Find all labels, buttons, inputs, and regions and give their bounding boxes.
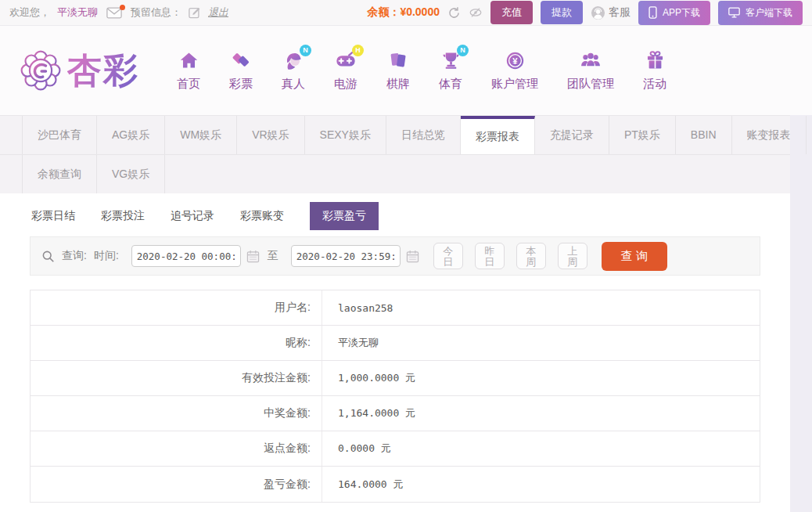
monitor-icon — [728, 7, 740, 18]
tab-balance-query[interactable]: 余额查询 — [22, 155, 97, 193]
nav-item-home[interactable]: 首页 — [177, 49, 200, 92]
table-row-nickname: 昵称: 平淡无聊 — [31, 326, 760, 361]
end-time-input[interactable] — [291, 245, 401, 267]
subtab-lottery-change[interactable]: 彩票账变 — [240, 209, 284, 223]
home-icon — [178, 50, 199, 71]
query-label: 查询: — [62, 249, 87, 263]
table-row-winnings: 中奖金额: 1,164.0000 元 — [31, 396, 760, 431]
nav-item-egames[interactable]: H 电游 — [334, 49, 357, 92]
ticket-icon — [231, 50, 251, 70]
this-week-button[interactable]: 本周 — [516, 243, 546, 269]
tab-transfer-report[interactable]: 转账报表 — [807, 116, 812, 154]
main-panel: 彩票日结 彩票投注 追号记录 彩票账变 彩票盈亏 查询: 时间: 至 今日 昨日… — [0, 193, 790, 512]
balance: 余额：¥0.0000 — [367, 5, 440, 20]
client-download-label: 客户端下载 — [746, 6, 792, 20]
subtab-lottery-bets[interactable]: 彩票投注 — [101, 209, 145, 223]
service-link[interactable]: 客服 — [591, 5, 631, 20]
tab-pt[interactable]: PT娱乐 — [609, 116, 676, 154]
brand-logo[interactable]: 杏彩 — [20, 48, 139, 94]
tab-vg[interactable]: VG娱乐 — [97, 155, 165, 193]
logout-link[interactable]: 退出 — [208, 5, 228, 20]
phone-icon — [649, 6, 657, 19]
service-label: 客服 — [609, 5, 631, 20]
tab-lottery-report[interactable]: 彩票报表 — [461, 116, 535, 154]
tab-daily-summary[interactable]: 日结总览 — [386, 116, 461, 154]
hot-badge: H — [352, 45, 364, 56]
nav-item-account[interactable]: ¥ 账户管理 — [491, 49, 538, 92]
nav-item-boardgames[interactable]: 棋牌 — [386, 49, 410, 92]
gift-icon — [645, 50, 666, 71]
reserved-info-label: 预留信息： — [131, 5, 181, 20]
nav-item-promotions[interactable]: 活动 — [643, 49, 666, 92]
topbar: 欢迎您， 平淡无聊 预留信息： 退出 余额：¥0.0000 充值 提款 客服 A… — [0, 0, 812, 26]
edit-icon[interactable] — [189, 6, 201, 19]
subtab-lottery-daily[interactable]: 彩票日结 — [31, 209, 75, 223]
sub-tabs: 彩票日结 彩票投注 追号记录 彩票账变 彩票盈亏 — [0, 193, 790, 229]
table-row-valid-bets: 有效投注金额: 1,000.0000 元 — [31, 361, 760, 396]
eye-off-icon[interactable] — [469, 5, 483, 20]
logo-flower-icon — [20, 50, 61, 91]
profit-report-table: 用户名: laosan258 昵称: 平淡无聊 有效投注金额: 1,000.00… — [30, 290, 760, 503]
recharge-button[interactable]: 充值 — [490, 1, 533, 24]
tab-shaba-sports[interactable]: 沙巴体育 — [22, 116, 97, 154]
report-tab-row-1: 沙巴体育 AG娱乐 WM娱乐 VR娱乐 SEXY娱乐 日结总览 彩票报表 充提记… — [0, 116, 790, 155]
unread-dot — [120, 5, 125, 10]
calendar-icon[interactable] — [246, 250, 260, 263]
last-week-button[interactable]: 上周 — [558, 243, 587, 269]
service-icon — [591, 5, 605, 20]
nav-item-sports[interactable]: N 体育 — [439, 49, 462, 92]
team-icon — [580, 49, 602, 71]
tab-ag[interactable]: AG娱乐 — [97, 116, 165, 154]
calendar-icon[interactable] — [406, 250, 419, 263]
balance-value: ¥0.0000 — [400, 5, 440, 18]
table-row-rebate: 返点金额: 0.0000 元 — [31, 431, 760, 467]
subtab-chase-records[interactable]: 追号记录 — [171, 209, 214, 223]
query-submit-button[interactable]: 查 询 — [602, 242, 667, 271]
header: 杏彩 首页 彩票 N 真人 H 电游 棋牌 — [0, 26, 812, 115]
app-download-label: APP下载 — [663, 6, 700, 20]
to-label: 至 — [268, 249, 278, 263]
balance-label: 余额： — [367, 5, 400, 18]
withdraw-button[interactable]: 提款 — [541, 1, 583, 24]
topbar-left: 欢迎您， 平淡无聊 预留信息： 退出 — [9, 5, 228, 20]
svg-text:¥: ¥ — [512, 56, 518, 65]
today-button[interactable]: 今日 — [433, 243, 463, 269]
cards-icon — [388, 50, 408, 70]
table-row-username: 用户名: laosan258 — [31, 290, 760, 326]
client-download-button[interactable]: 客户端下载 — [718, 1, 803, 25]
refresh-icon[interactable] — [447, 6, 461, 20]
nav-item-live[interactable]: N 真人 — [282, 49, 305, 92]
tab-bbin[interactable]: BBIN — [676, 116, 732, 154]
username-link[interactable]: 平淡无聊 — [57, 5, 98, 20]
new-badge: N — [300, 45, 311, 56]
coin-icon: ¥ — [505, 50, 526, 71]
tab-sexy[interactable]: SEXY娱乐 — [305, 116, 386, 154]
quick-range-buttons: 今日 昨日 本周 上周 — [433, 243, 587, 269]
subtab-lottery-profit[interactable]: 彩票盈亏 — [310, 202, 379, 230]
brand-name: 杏彩 — [67, 48, 139, 94]
report-tab-row-2: 余额查询 VG娱乐 — [0, 155, 790, 193]
nav-item-lottery[interactable]: 彩票 — [229, 49, 253, 92]
yesterday-button[interactable]: 昨日 — [475, 243, 505, 269]
start-time-input[interactable] — [131, 245, 241, 267]
welcome-text: 欢迎您， — [9, 5, 50, 20]
tab-deposit-records[interactable]: 充提记录 — [535, 116, 609, 154]
topbar-right: 余额：¥0.0000 充值 提款 客服 APP下载 客户端下载 — [367, 1, 803, 25]
search-icon — [41, 250, 55, 263]
tab-wm[interactable]: WM娱乐 — [165, 116, 237, 154]
main-nav: 首页 彩票 N 真人 H 电游 棋牌 N — [177, 49, 666, 92]
table-row-profit-loss: 盈亏金额: 164.0000 元 — [31, 467, 760, 502]
mail-icon[interactable] — [106, 7, 122, 19]
new-badge: N — [457, 45, 469, 56]
nav-item-team[interactable]: 团队管理 — [567, 49, 614, 92]
app-download-button[interactable]: APP下载 — [638, 1, 710, 25]
tab-account-change[interactable]: 账变报表 — [732, 116, 807, 154]
tab-vr[interactable]: VR娱乐 — [237, 116, 304, 154]
report-tab-band: 沙巴体育 AG娱乐 WM娱乐 VR娱乐 SEXY娱乐 日结总览 彩票报表 充提记… — [0, 115, 790, 193]
search-bar: 查询: 时间: 至 今日 昨日 本周 上周 查 询 — [30, 236, 760, 276]
time-label: 时间: — [94, 249, 119, 263]
